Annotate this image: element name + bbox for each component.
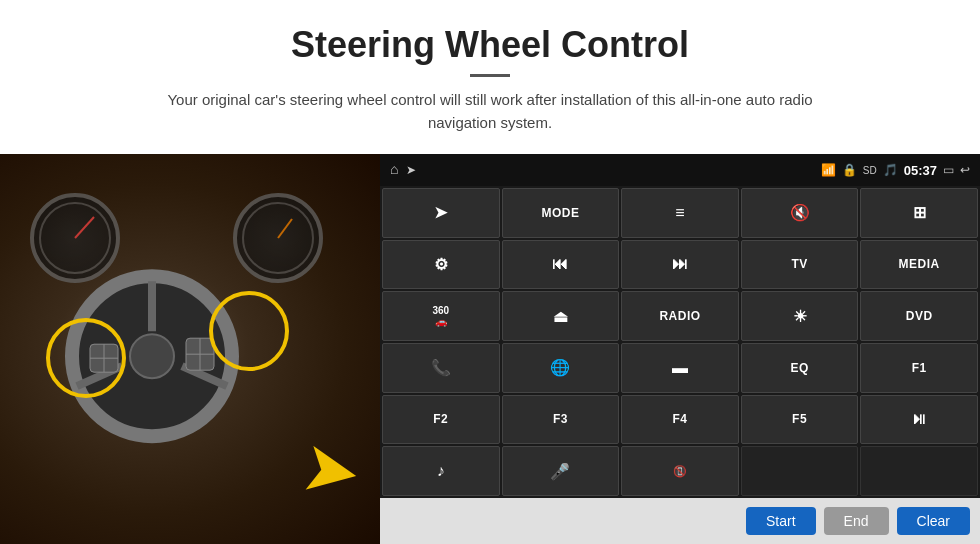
rewind-button[interactable]: ⏮ <box>502 240 620 290</box>
status-left: ⌂ ➤ <box>390 162 416 178</box>
yellow-arrow: ➤ <box>296 430 366 509</box>
home-icon: ⌂ <box>390 162 398 178</box>
time-display: 05:37 <box>904 163 937 178</box>
back-icon: ↩ <box>960 163 970 177</box>
f1-button[interactable]: F1 <box>860 343 978 393</box>
car-image: ➤ <box>0 154 380 544</box>
brightness-button[interactable]: ☀ <box>741 291 859 341</box>
settings-button[interactable]: ⚙ <box>382 240 500 290</box>
page-title: Steering Wheel Control <box>40 24 940 66</box>
title-section: Steering Wheel Control Your original car… <box>0 0 980 144</box>
f3-button[interactable]: F3 <box>502 395 620 445</box>
clear-button[interactable]: Clear <box>897 507 970 535</box>
end-button[interactable]: End <box>824 507 889 535</box>
mic-button[interactable]: 🎤 <box>502 446 620 496</box>
f5-button[interactable]: F5 <box>741 395 859 445</box>
navigate-button[interactable]: ➤ <box>382 188 500 238</box>
f2-button[interactable]: F2 <box>382 395 500 445</box>
highlight-circle-right <box>209 291 289 371</box>
browser-button[interactable]: 🌐 <box>502 343 620 393</box>
fast-forward-button[interactable]: ⏭ <box>621 240 739 290</box>
dashboard-meter-right <box>233 193 323 283</box>
radio-button[interactable]: RADIO <box>621 291 739 341</box>
highlight-circle-left <box>46 318 126 398</box>
content-area: ➤ ⌂ ➤ 📶 🔒 SD 🎵 05:37 ▭ <box>0 154 980 544</box>
360-button[interactable]: 360🚗 <box>382 291 500 341</box>
eq-button[interactable]: EQ <box>741 343 859 393</box>
head-unit: ⌂ ➤ 📶 🔒 SD 🎵 05:37 ▭ ↩ ➤ MODE <box>380 154 980 544</box>
lock-icon: 🔒 <box>842 163 857 177</box>
tv-button[interactable]: TV <box>741 240 859 290</box>
empty-btn-2 <box>860 446 978 496</box>
display-button[interactable]: ▬ <box>621 343 739 393</box>
start-button[interactable]: Start <box>746 507 816 535</box>
title-divider <box>470 74 510 77</box>
mode-button[interactable]: MODE <box>502 188 620 238</box>
apps-button[interactable]: ⊞ <box>860 188 978 238</box>
phone-button[interactable]: 📞 <box>382 343 500 393</box>
svg-line-1 <box>75 217 94 238</box>
status-bar: ⌂ ➤ 📶 🔒 SD 🎵 05:37 ▭ ↩ <box>380 154 980 186</box>
wifi-icon: 📶 <box>821 163 836 177</box>
button-grid: ➤ MODE ≡ 🔇 ⊞ ⚙ ⏮ ⏭ TV MEDIA 360🚗 ⏏ RADIO… <box>380 186 980 498</box>
phone-hangup-button[interactable]: 📵 <box>621 446 739 496</box>
dvd-button[interactable]: DVD <box>860 291 978 341</box>
eject-button[interactable]: ⏏ <box>502 291 620 341</box>
volume-off-button[interactable]: 🔇 <box>741 188 859 238</box>
sd-icon: SD <box>863 165 877 176</box>
nav-arrow-icon: ➤ <box>406 163 416 178</box>
bottom-bar: Start End Clear <box>380 498 980 544</box>
media-button[interactable]: MEDIA <box>860 240 978 290</box>
svg-line-3 <box>278 219 292 238</box>
music-button[interactable]: ♪ <box>382 446 500 496</box>
page-subtitle: Your original car's steering wheel contr… <box>140 89 840 134</box>
svg-point-8 <box>130 334 174 378</box>
list-button[interactable]: ≡ <box>621 188 739 238</box>
status-right: 📶 🔒 SD 🎵 05:37 ▭ ↩ <box>821 163 970 178</box>
f4-button[interactable]: F4 <box>621 395 739 445</box>
page-container: Steering Wheel Control Your original car… <box>0 0 980 544</box>
bluetooth-icon: 🎵 <box>883 163 898 177</box>
play-pause-button[interactable]: ⏯ <box>860 395 978 445</box>
empty-btn-1 <box>741 446 859 496</box>
screen-icon: ▭ <box>943 163 954 177</box>
